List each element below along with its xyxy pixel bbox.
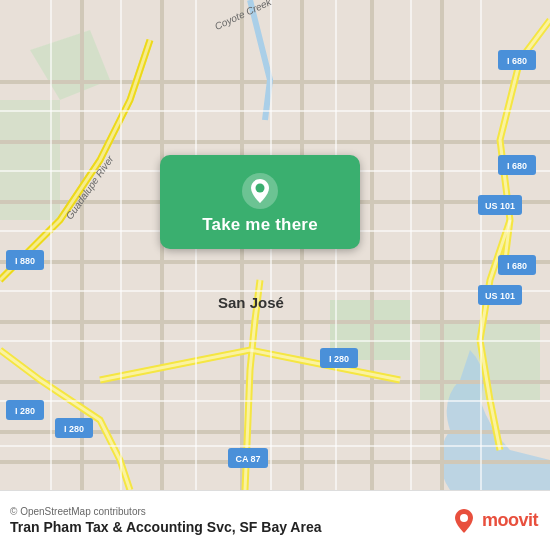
svg-rect-17 <box>370 0 374 490</box>
svg-rect-32 <box>480 0 482 490</box>
svg-text:I 280: I 280 <box>329 354 349 364</box>
moovit-label: moovit <box>482 510 538 531</box>
moovit-logo: moovit <box>450 507 538 535</box>
svg-text:I 880: I 880 <box>15 256 35 266</box>
svg-text:I 280: I 280 <box>15 406 35 416</box>
svg-rect-25 <box>0 445 550 447</box>
place-name: Tran Pham Tax & Accounting Svc, SF Bay A… <box>10 519 321 535</box>
svg-rect-13 <box>80 0 84 490</box>
svg-rect-31 <box>410 0 412 490</box>
svg-text:US 101: US 101 <box>485 201 515 211</box>
svg-rect-19 <box>0 110 550 112</box>
svg-text:I 680: I 680 <box>507 261 527 271</box>
svg-text:I 280: I 280 <box>64 424 84 434</box>
svg-rect-24 <box>0 400 550 402</box>
osm-attribution: © OpenStreetMap contributors <box>10 506 321 517</box>
footer-left: © OpenStreetMap contributors Tran Pham T… <box>10 506 321 535</box>
take-me-there-label: Take me there <box>202 215 318 235</box>
location-pin-icon <box>242 173 278 209</box>
svg-text:CA 87: CA 87 <box>235 454 260 464</box>
svg-text:I 680: I 680 <box>507 56 527 66</box>
svg-text:US 101: US 101 <box>485 291 515 301</box>
svg-point-57 <box>256 184 265 193</box>
svg-text:I 680: I 680 <box>507 161 527 171</box>
svg-point-58 <box>460 514 468 522</box>
map-container: I 880 I 680 I 680 I 680 US 101 US 101 I … <box>0 0 550 490</box>
take-me-there-button[interactable]: Take me there <box>160 155 360 249</box>
footer: © OpenStreetMap contributors Tran Pham T… <box>0 490 550 550</box>
svg-rect-22 <box>0 290 550 292</box>
svg-rect-23 <box>0 340 550 342</box>
svg-rect-27 <box>120 0 122 490</box>
moovit-icon <box>450 507 478 535</box>
svg-rect-18 <box>440 0 444 490</box>
svg-text:San José: San José <box>218 294 284 311</box>
svg-rect-26 <box>50 0 52 490</box>
